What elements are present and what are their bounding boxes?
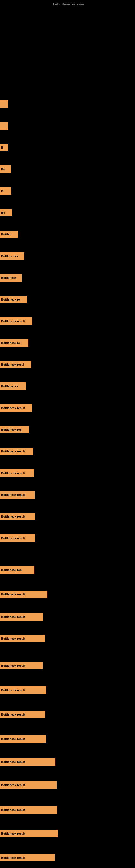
bar-fill: Bottleneck resul [0,361,31,368]
bar-fill: Bottleneck result [0,781,57,789]
bar-fill: Bottleneck re [0,339,28,347]
bar-item: Bottleneck result [0,735,46,743]
bar-label: Bottleneck result [1,406,25,410]
bar-label: Bottleneck result [1,832,25,835]
bar-item: Bottleneck re [0,296,27,303]
bar-label: Bo [1,167,5,171]
bar-label: Bottleneck r [1,384,18,388]
bar-fill: Bottleneck result [0,711,45,718]
bar-fill: Bottlen [0,230,17,238]
bar-fill: Bottleneck res [0,566,34,574]
bar-item: Bottleneck re [0,339,28,347]
bar-item: Bottleneck result [0,806,57,814]
bar-label: Bottleneck result [1,493,25,496]
bar-fill: Bottleneck res [0,426,29,433]
bar-fill [0,100,8,108]
bar-item: B [0,144,8,151]
bar-label: B [1,146,3,149]
bar-fill: Bottleneck result [0,758,55,766]
bar-fill: Bottleneck re [0,296,27,303]
bar-item: Bottleneck result [0,635,45,642]
bar-label: Bottleneck result [1,450,25,453]
site-title: TheBottlenecker.com [51,2,84,6]
bar-label: Bottleneck result [1,760,25,764]
bar-fill: Bottleneck result [0,613,43,621]
bar-item: Bottleneck result [0,534,35,542]
bar-fill: Bottleneck result [0,317,32,325]
bar-fill: Bottleneck result [0,662,43,670]
bar-item: Bottleneck r [0,252,24,260]
bar-item: Bottleneck result [0,613,43,621]
bar-label: B [1,189,3,193]
bar-item: Bottleneck res [0,566,34,574]
bar-label: Bottleneck re [1,341,20,344]
bar-item: Bottleneck result [0,830,58,837]
bar-item [0,100,8,108]
bar-fill: Bottleneck result [0,854,54,862]
bar-label: Bottleneck result [1,319,25,323]
bar-item: Bottleneck result [0,469,34,477]
bar-label: Bottleneck r [1,254,18,258]
bar-item [0,122,8,130]
bar-item: Bottleneck result [0,317,32,325]
bar-item: Bottleneck resul [0,361,31,368]
bar-label: Bottleneck result [1,593,25,596]
bar-label: Bottleneck result [1,737,25,741]
bar-item: Bottleneck result [0,590,47,598]
bar-fill: Bottleneck result [0,513,35,520]
bar-label: Bottleneck result [1,515,25,518]
bar-fill: Bottleneck result [0,635,45,642]
bar-fill: Bottleneck result [0,491,35,499]
bar-label: Bottleneck result [1,688,25,692]
bar-label: Bottleneck res [1,568,21,571]
bar-label: Bottleneck result [1,536,25,540]
bar-fill: Bottleneck result [0,806,57,814]
bar-item: Bottleneck result [0,781,57,789]
bar-label: Bottleneck result [1,615,25,618]
bar-fill: B [0,187,11,195]
bar-label: Bottleneck resul [1,363,24,366]
bar-item: Bottleneck result [0,404,32,412]
bar-fill: Bottleneck result [0,830,58,837]
bar-fill: Bottleneck result [0,735,46,743]
bar-item: Bottleneck result [0,447,33,455]
bar-fill: Bo [0,165,11,173]
bar-label: Bottleneck result [1,471,25,475]
bar-fill: Bottleneck result [0,447,33,455]
bar-label: Bottleneck [1,276,16,279]
bar-item: Bottleneck result [0,662,43,670]
bar-item: Bottleneck result [0,758,55,766]
bar-item: B [0,187,11,195]
bar-item: Bottleneck result [0,686,46,694]
bar-label: Bottlen [1,233,11,236]
bar-item: Bottleneck result [0,854,54,862]
bar-item: Bottleneck [0,274,21,282]
bar-fill: Bottleneck r [0,382,26,390]
bar-label: Bottleneck result [1,856,25,859]
bar-item: Bo [0,165,11,173]
bar-fill: Bottleneck result [0,686,46,694]
bar-label: Bottleneck re [1,298,20,301]
bar-fill: Bo [0,209,12,216]
bar-item: Bo [0,209,12,216]
bar-fill: Bottleneck result [0,469,34,477]
bar-label: Bottleneck result [1,664,25,667]
bar-fill: Bottleneck result [0,590,47,598]
bar-label: Bottleneck result [1,783,25,786]
bar-item: Bottleneck r [0,382,26,390]
bar-fill: B [0,144,8,151]
bar-item: Bottleneck result [0,513,35,520]
bar-label: Bottleneck result [1,637,25,640]
bar-label: Bottleneck result [1,808,25,812]
bar-fill: Bottleneck r [0,252,24,260]
bar-fill [0,122,8,130]
bar-label: Bottleneck result [1,713,25,716]
bar-label: Bottleneck res [1,428,21,431]
bar-fill: Bottleneck [0,274,21,282]
bar-fill: Bottleneck result [0,404,32,412]
bar-item: Bottleneck result [0,491,35,499]
bar-item: Bottleneck result [0,711,45,718]
bar-label: Bo [1,211,5,214]
bar-item: Bottlen [0,230,17,238]
bar-item: Bottleneck res [0,426,29,433]
